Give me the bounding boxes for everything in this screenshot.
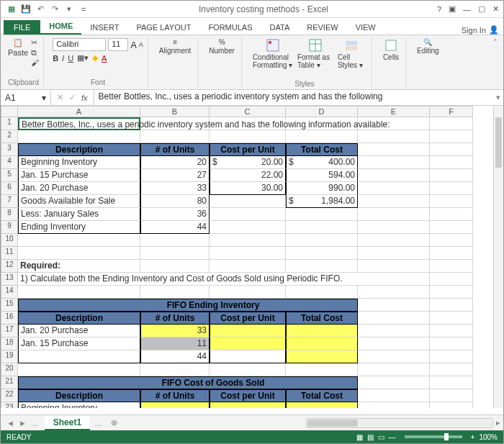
hdr-cost[interactable]: Cost per Unit — [210, 143, 286, 156]
fifo-ending-title[interactable]: FIFO Ending Inventory — [140, 299, 286, 312]
cell-C23[interactable] — [210, 402, 286, 408]
cell-D6[interactable]: 990.00 — [286, 182, 358, 195]
tab-page-layout[interactable]: PAGE LAYOUT — [127, 20, 199, 35]
cell-A15[interactable] — [18, 299, 140, 312]
hdr3-total[interactable]: Total Cost — [286, 389, 358, 402]
col-E[interactable]: E — [358, 106, 430, 117]
hdr2-desc[interactable]: Description — [18, 312, 140, 325]
cell-A2[interactable] — [18, 130, 140, 143]
row-9[interactable]: 9 — [1, 221, 18, 234]
hscroll-thumb[interactable] — [307, 420, 358, 427]
cell-D21[interactable] — [286, 376, 358, 389]
save-icon[interactable]: 💾 — [19, 3, 32, 16]
minimize-icon[interactable]: — — [463, 5, 471, 14]
name-box[interactable]: A1 ▾ — [1, 90, 51, 105]
row-10[interactable]: 10 — [1, 234, 18, 247]
cell-A21[interactable] — [18, 376, 140, 389]
tab-review[interactable]: REVIEW — [298, 20, 346, 35]
col-C[interactable]: C — [210, 106, 286, 117]
formula-text[interactable]: Better Bottles, Inc., uses a periodic in… — [94, 90, 493, 105]
number-button[interactable]: % Number — [207, 38, 237, 55]
tab-formulas[interactable]: FORMULAS — [199, 20, 261, 35]
cell-A6[interactable]: Jan. 20 Purchase — [18, 182, 140, 195]
copy-icon[interactable]: ⧉ — [31, 48, 39, 58]
cell-C5[interactable]: 22.00 — [210, 169, 286, 182]
tab-nav-more-icon[interactable]: … — [31, 419, 39, 427]
tab-data[interactable]: DATA — [261, 20, 299, 35]
fill-color-button[interactable]: ◆ — [92, 53, 98, 63]
cell-D18[interactable] — [286, 337, 358, 350]
font-color-button[interactable]: A — [102, 54, 107, 63]
hdr-units[interactable]: # of Units — [140, 143, 210, 156]
cell-C17[interactable] — [210, 325, 286, 337]
conditional-formatting-button[interactable]: Conditional Formatting ▾ — [251, 38, 295, 69]
sheet-tab-more[interactable]: … — [90, 419, 107, 427]
cell-B6[interactable]: 33 — [140, 182, 210, 195]
format-as-table-button[interactable]: Format as Table ▾ — [295, 38, 336, 69]
row-2[interactable]: 2 — [1, 130, 18, 143]
col-F[interactable]: F — [430, 106, 473, 117]
cell-F1[interactable] — [430, 117, 473, 130]
worksheet[interactable]: A B C D E F 1 Better Bottles, Inc., uses… — [1, 106, 503, 408]
cell-B7[interactable]: 80 — [140, 195, 210, 208]
underline-button[interactable]: U — [68, 54, 73, 63]
row-1[interactable]: 1 — [1, 117, 18, 130]
cell-A4[interactable]: Beginning Inventory — [18, 156, 140, 169]
name-box-dropdown-icon[interactable]: ▾ — [42, 93, 46, 103]
row-17[interactable]: 17 — [1, 325, 18, 337]
row-5[interactable]: 5 — [1, 169, 18, 182]
tab-insert[interactable]: INSERT — [81, 20, 127, 35]
collapse-ribbon-icon[interactable]: ˄ — [490, 37, 500, 88]
tab-nav-prev-icon[interactable]: ◄ — [6, 419, 14, 427]
row-13[interactable]: 13 — [1, 273, 18, 286]
undo-icon[interactable]: ↶ — [34, 3, 47, 16]
zoom-out-icon[interactable]: — — [389, 433, 396, 441]
cell-A23[interactable]: Beginning Inventory — [18, 402, 140, 408]
row-8[interactable]: 8 — [1, 208, 18, 221]
cell-C4[interactable]: $20.00 — [210, 156, 286, 169]
borders-button[interactable]: ▦▾ — [77, 53, 89, 63]
row-16[interactable]: 16 — [1, 312, 18, 325]
zoom-level[interactable]: 100% — [479, 433, 498, 441]
cell-B18[interactable]: 11 — [140, 337, 210, 350]
cell-A18[interactable]: Jan. 15 Purchase — [18, 337, 140, 350]
zoom-in-icon[interactable]: + — [471, 433, 475, 441]
row-6[interactable]: 6 — [1, 182, 18, 195]
tab-nav-next-icon[interactable]: ► — [19, 419, 27, 427]
col-A[interactable]: A — [18, 106, 140, 117]
hdr3-units[interactable]: # of Units — [140, 389, 210, 402]
cell-styles-button[interactable]: Cell Styles ▾ — [336, 38, 367, 69]
cell-A19[interactable] — [18, 350, 140, 363]
cell-A12[interactable]: Required: — [18, 260, 140, 273]
row-7[interactable]: 7 — [1, 195, 18, 208]
close-icon[interactable]: ✕ — [492, 4, 499, 14]
font-size-select[interactable]: 11 — [108, 38, 128, 51]
cell-A13[interactable]: 1) Calculate both the Ending Inventory a… — [18, 273, 430, 286]
formula-expand-icon[interactable]: ▾ — [493, 90, 503, 105]
cell-C6[interactable]: 30.00 — [210, 182, 286, 195]
cell-A17[interactable]: Jan. 20 Purchase — [18, 325, 140, 337]
bold-button[interactable]: B — [53, 54, 58, 63]
cell-B5[interactable]: 27 — [140, 169, 210, 182]
row-21[interactable]: 21 — [1, 376, 18, 389]
cell-B9[interactable]: 44 — [140, 221, 210, 234]
vertical-scrollbar[interactable] — [493, 106, 503, 408]
view-page-break-icon[interactable]: ▭ — [378, 433, 384, 441]
row-4[interactable]: 4 — [1, 156, 18, 169]
decrease-font-icon[interactable]: A — [139, 41, 143, 48]
cell-D17[interactable] — [286, 325, 358, 337]
fifo-cogs-title[interactable]: FIFO Cost of Goods Sold — [140, 376, 286, 389]
help-icon[interactable]: ? — [437, 5, 441, 14]
row-22[interactable]: 22 — [1, 389, 18, 402]
col-D[interactable]: D — [286, 106, 358, 117]
row-12[interactable]: 12 — [1, 260, 18, 273]
hdr2-total[interactable]: Total Cost — [286, 312, 358, 325]
editing-button[interactable]: 🔍 Editing — [415, 38, 441, 55]
cancel-formula-icon[interactable]: ✕ — [57, 93, 63, 102]
format-painter-icon[interactable]: 🖌 — [31, 58, 39, 67]
cell-A8[interactable]: Less: January Sales — [18, 208, 140, 221]
increase-font-icon[interactable]: A — [130, 40, 137, 50]
sheet-tab-sheet1[interactable]: Sheet1 — [45, 416, 90, 430]
italic-button[interactable]: I — [62, 54, 64, 63]
tab-file[interactable]: FILE — [4, 20, 40, 35]
